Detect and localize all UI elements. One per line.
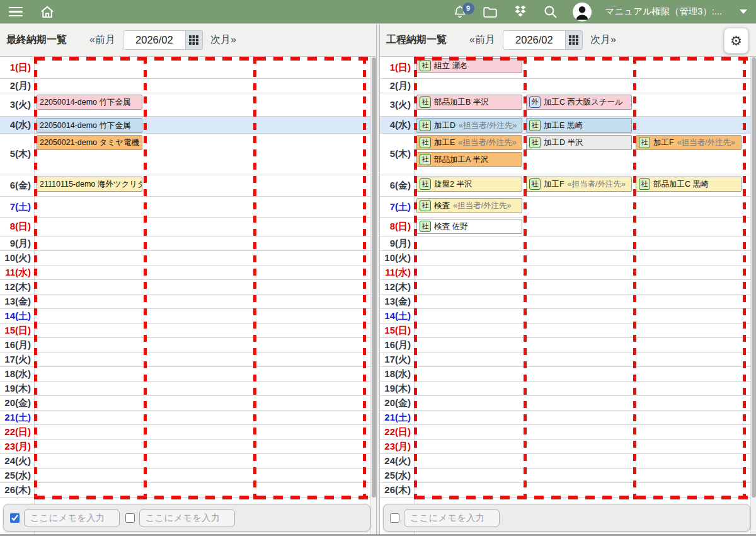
day-cell[interactable] [35, 294, 144, 296]
day-cell[interactable] [144, 134, 254, 152]
event-chip[interactable]: 社加工D 半沢 [526, 135, 632, 150]
calendar-picker-button[interactable] [566, 30, 583, 50]
day-cell[interactable] [415, 367, 524, 368]
day-cell[interactable] [35, 454, 144, 455]
day-cell[interactable] [144, 498, 254, 499]
day-cell[interactable] [415, 265, 524, 267]
next-month-button[interactable]: 次月» [590, 33, 616, 47]
day-cell[interactable] [634, 352, 743, 354]
day-cell[interactable] [254, 440, 364, 441]
vertical-scrollbar[interactable] [370, 57, 376, 534]
event-chip[interactable]: 社組立 瀬名 [416, 58, 522, 73]
day-cell[interactable] [415, 338, 524, 339]
day-cell[interactable] [144, 117, 254, 133]
day-cell[interactable] [254, 134, 364, 152]
day-cell[interactable] [254, 197, 364, 198]
day-cell[interactable] [524, 469, 634, 470]
day-cell[interactable] [35, 251, 144, 252]
day-cell[interactable] [634, 469, 743, 470]
event-chip[interactable]: 社加工F«担当者/外注先» [636, 135, 742, 150]
dropbox-icon[interactable] [512, 4, 529, 20]
day-cell[interactable] [634, 425, 743, 426]
day-cell[interactable] [634, 236, 743, 238]
month-input[interactable] [123, 30, 186, 50]
day-cell[interactable] [415, 425, 524, 426]
event-chip[interactable]: 社加工F«担当者/外注先» [526, 177, 632, 192]
day-cell[interactable] [35, 57, 144, 58]
day-cell[interactable] [254, 367, 364, 368]
day-cell[interactable] [634, 93, 743, 112]
day-cell[interactable]: 社加工E«担当者/外注先»社部品加工A 半沢 [415, 134, 524, 169]
day-cell[interactable] [634, 197, 743, 215]
event-chip[interactable]: 22050021-demo タミヤ電機 [37, 135, 142, 150]
day-cell[interactable] [144, 396, 254, 397]
day-cell[interactable]: 外加工C 西大阪スチール [524, 93, 634, 112]
day-cell[interactable] [524, 483, 634, 484]
day-cell[interactable]: 社組立 瀬名 [415, 57, 524, 75]
event-chip[interactable]: 社旋盤2 半沢 [416, 177, 522, 192]
day-cell[interactable]: 社検査«担当者/外注先» [415, 197, 524, 215]
memo-input[interactable] [24, 509, 120, 527]
day-cell[interactable]: 社加工F«担当者/外注先» [634, 134, 743, 169]
day-cell[interactable] [35, 265, 144, 267]
event-chip[interactable]: 社部品加工C 黒崎 [636, 177, 742, 192]
day-cell[interactable] [144, 483, 254, 484]
day-cell[interactable] [144, 454, 254, 455]
event-chip[interactable]: 社加工E 黒崎 [526, 118, 632, 133]
day-cell[interactable] [35, 382, 144, 383]
next-month-button[interactable]: 次月» [210, 33, 236, 47]
day-cell[interactable] [254, 338, 364, 339]
day-cell[interactable] [524, 265, 634, 267]
day-cell[interactable] [415, 483, 524, 484]
day-cell[interactable] [524, 338, 634, 339]
user-avatar[interactable] [573, 3, 592, 21]
day-cell[interactable] [524, 396, 634, 397]
day-cell[interactable] [634, 338, 743, 339]
day-cell[interactable] [524, 280, 634, 281]
day-cell[interactable] [144, 79, 254, 80]
chevron-down-icon[interactable] [740, 9, 747, 14]
day-cell[interactable] [35, 309, 144, 310]
day-cell[interactable] [254, 483, 364, 484]
day-cell[interactable] [634, 294, 743, 296]
day-cell[interactable] [35, 367, 144, 368]
day-cell[interactable] [524, 323, 634, 325]
day-cell[interactable] [35, 280, 144, 281]
day-cell[interactable] [634, 483, 743, 484]
menu-icon[interactable] [9, 7, 23, 16]
day-cell[interactable]: 社部品加工C 黒崎 [634, 175, 743, 194]
day-cell[interactable] [254, 294, 364, 296]
day-cell[interactable] [524, 454, 634, 455]
day-cell[interactable] [634, 323, 743, 325]
folder-icon[interactable] [482, 4, 498, 20]
day-cell[interactable] [524, 294, 634, 296]
day-cell[interactable] [415, 382, 524, 383]
day-cell[interactable] [415, 280, 524, 281]
day-cell[interactable] [35, 352, 144, 354]
day-cell[interactable] [35, 469, 144, 470]
notification-bell-icon[interactable]: 9 [452, 4, 468, 20]
day-cell[interactable] [524, 309, 634, 310]
day-cell[interactable]: 21110115-demo 海外ツクリダ [35, 175, 144, 194]
day-cell[interactable] [634, 280, 743, 281]
day-cell[interactable] [415, 309, 524, 310]
day-cell[interactable] [524, 440, 634, 441]
day-cell[interactable] [35, 338, 144, 339]
day-cell[interactable] [524, 251, 634, 252]
day-cell[interactable] [634, 440, 743, 441]
search-icon[interactable] [542, 4, 559, 20]
day-cell[interactable] [144, 411, 254, 412]
day-cell[interactable] [144, 338, 254, 339]
day-cell[interactable] [254, 382, 364, 383]
day-cell[interactable] [144, 93, 254, 112]
day-cell[interactable] [254, 396, 364, 397]
day-cell[interactable] [144, 382, 254, 383]
day-cell[interactable] [634, 57, 743, 75]
day-cell[interactable] [524, 236, 634, 238]
day-cell[interactable] [254, 79, 364, 80]
prev-month-button[interactable]: «前月 [89, 33, 115, 47]
day-cell[interactable] [144, 251, 254, 252]
day-cell[interactable] [634, 367, 743, 368]
event-chip[interactable]: 社検査«担当者/外注先» [416, 198, 522, 213]
day-cell[interactable] [144, 280, 254, 281]
